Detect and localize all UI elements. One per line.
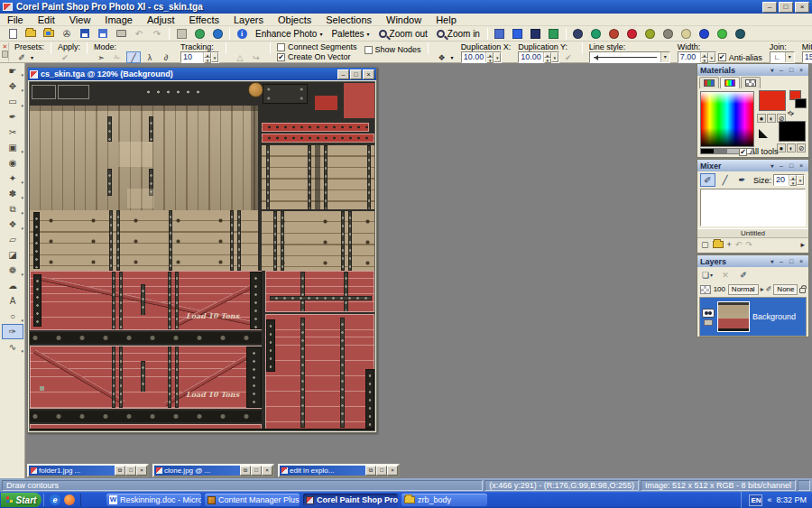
close-icon[interactable]: × <box>797 66 806 75</box>
no-style-icon[interactable]: ⊘ <box>797 143 806 152</box>
menu-edit[interactable]: Edit <box>31 14 62 25</box>
new-file-button[interactable] <box>5 27 21 41</box>
duplication-y-spinner[interactable]: 10.00▴▾▾ <box>518 51 559 63</box>
maximize-icon[interactable]: □ <box>787 162 796 171</box>
anti-alias-checkbox[interactable]: ✔Anti-alias <box>718 52 762 63</box>
connect-segments-checkbox[interactable]: Connect Segments <box>277 42 357 51</box>
script-button-3[interactable] <box>528 27 544 41</box>
mixer-dropper-button[interactable]: ✒ <box>734 173 750 187</box>
capture-button[interactable] <box>191 27 208 41</box>
save-button[interactable] <box>77 27 93 41</box>
visibility-eye-icon[interactable] <box>702 309 715 318</box>
tab-patterns[interactable] <box>741 77 761 88</box>
mixer-knife-button[interactable]: ╱ <box>717 173 733 187</box>
maximize-button[interactable]: □ <box>779 2 793 13</box>
effect-button-2[interactable] <box>588 27 604 41</box>
apply-button[interactable]: ✔ <box>58 51 72 63</box>
color-changer-tool[interactable]: ❖▾ <box>2 217 23 232</box>
swap-colors-icon[interactable]: ⇄ <box>786 108 796 118</box>
document-titlebar[interactable]: cs_skin.tga @ 120% (Background) – □ × <box>28 68 376 80</box>
join-dropdown[interactable]: ∟▾ <box>770 51 795 63</box>
script-button-4[interactable] <box>546 27 562 41</box>
effect-button-9[interactable] <box>715 27 731 41</box>
doc-minimize-button[interactable]: – <box>337 69 349 79</box>
effect-button-5[interactable] <box>642 27 659 41</box>
restore-button[interactable]: ⧉ <box>365 466 376 476</box>
link-set-select[interactable]: None <box>773 284 798 295</box>
new-mixer-page-button[interactable]: ▢ <box>701 240 709 249</box>
node-edit-button[interactable]: ❖ <box>435 51 449 63</box>
close-icon[interactable]: × <box>797 162 806 171</box>
menu-objects[interactable]: Objects <box>271 14 318 25</box>
draw-freehand-mode-button[interactable]: ∂ <box>159 51 173 63</box>
makeover-tool[interactable]: ✦▾ <box>2 171 23 186</box>
restore-button[interactable]: ⧉ <box>240 466 251 476</box>
width-spinner[interactable]: 7.00▴▾▾ <box>678 51 716 63</box>
effect-button-3[interactable] <box>606 27 623 41</box>
menu-image[interactable]: Image <box>97 14 140 25</box>
remix-button[interactable]: ↷ <box>745 240 752 249</box>
tab-swatches[interactable] <box>699 77 719 88</box>
task-paint-shop-pro[interactable]: Corel Paint Shop Pro ... <box>303 494 398 506</box>
crop-tool[interactable]: ✂ <box>2 125 23 140</box>
script-button-2[interactable] <box>510 27 526 41</box>
create-on-vector-checkbox[interactable]: ✔Create On Vector <box>277 52 357 61</box>
foreground-swatch[interactable] <box>759 90 786 111</box>
tracking-spinner[interactable]: 10▴▾▾ <box>180 51 219 63</box>
maximize-button[interactable]: □ <box>251 466 262 476</box>
mixer-tube-button[interactable]: ✐ <box>700 173 715 187</box>
menu-file[interactable]: File <box>0 14 31 25</box>
materials-titlebar[interactable]: Materials ➤ – □ × <box>697 64 808 76</box>
mixer-titlebar[interactable]: Mixer ➤ – □ × <box>697 160 808 171</box>
all-tools-checkbox[interactable]: ✔All tools <box>739 146 779 157</box>
layer-row-background[interactable]: Background <box>700 298 806 336</box>
maximize-button[interactable]: □ <box>376 466 387 476</box>
minimized-window-edit[interactable]: edit in explo... ⧉ □ × <box>278 464 400 477</box>
redo-button[interactable]: ↷ <box>149 27 165 41</box>
pick-tool[interactable]: ▣▾ <box>2 140 23 155</box>
pin-icon[interactable]: ➤ <box>767 66 776 75</box>
airbrush-tool[interactable]: ☁ <box>2 278 23 293</box>
effect-button-4[interactable] <box>624 27 641 41</box>
unmix-button[interactable]: ↶ <box>735 240 743 249</box>
language-indicator[interactable]: EN <box>749 494 762 506</box>
pan-tool[interactable]: ☛▾ <box>2 63 23 79</box>
mixer-size-spinner[interactable]: 20▴▾▾ <box>773 174 805 186</box>
minimize-icon[interactable]: – <box>777 257 786 266</box>
close-button[interactable]: × <box>795 2 809 13</box>
red-eye-tool[interactable]: ◉ <box>2 155 23 171</box>
reverse-path-button[interactable]: ↪ <box>249 51 263 63</box>
tab-rainbow[interactable] <box>720 77 740 88</box>
effect-button-1[interactable] <box>570 27 586 41</box>
edit-selection-button[interactable]: ✐ <box>736 269 751 281</box>
save-as-button[interactable] <box>95 27 111 41</box>
undo-button[interactable]: ↶ <box>131 27 147 41</box>
new-layer-button[interactable]: ❏▾ <box>700 269 715 281</box>
tray-chevron[interactable]: « <box>767 495 771 504</box>
background-property-swatch[interactable] <box>795 98 807 108</box>
start-button[interactable]: Start <box>1 493 42 507</box>
eraser-tool[interactable]: ▱ <box>2 232 23 247</box>
minimized-window-folder1[interactable]: folder1.jpg ... ⧉ □ × <box>27 464 149 477</box>
task-word-document[interactable]: W Reskinning.doc - Microso... <box>106 494 201 506</box>
draw-point-mode-button[interactable]: λ <box>143 51 157 63</box>
restore-button[interactable]: ⧉ <box>115 466 125 476</box>
minimize-icon[interactable]: – <box>777 162 786 171</box>
selection-tool[interactable]: ▭▾ <box>2 94 23 109</box>
load-mixer-page-icon[interactable] <box>713 241 724 248</box>
color-picker[interactable] <box>700 91 754 147</box>
menu-window[interactable]: Window <box>379 14 429 25</box>
slider-button[interactable]: ▾ <box>211 52 218 62</box>
picture-tube-tool[interactable]: ❁▾ <box>2 263 23 278</box>
status-resize-grip[interactable] <box>798 480 810 491</box>
solid-style-icon[interactable]: ● <box>757 114 766 123</box>
open-file-button[interactable] <box>23 27 39 41</box>
warp-brush-tool[interactable]: ∿▾ <box>2 339 23 355</box>
doc-maximize-button[interactable]: □ <box>350 69 362 79</box>
pin-icon[interactable]: ➤ <box>767 257 776 266</box>
draw-lines-mode-button[interactable]: ╱ <box>126 51 141 63</box>
effect-button-8[interactable] <box>697 27 713 41</box>
close-button[interactable]: × <box>136 466 147 476</box>
gradient-style-icon[interactable]: ◐ <box>767 114 776 123</box>
pen-tool[interactable]: ✑ <box>2 324 23 339</box>
